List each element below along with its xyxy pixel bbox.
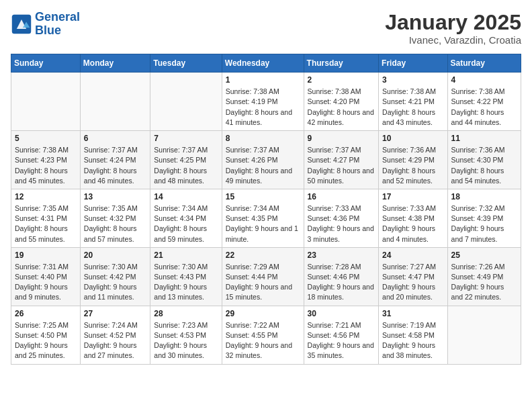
day-detail: Sunrise: 7:37 AM Sunset: 4:26 PM Dayligh… [226, 145, 300, 186]
calendar-cell: 17Sunrise: 7:33 AM Sunset: 4:38 PM Dayli… [379, 189, 447, 247]
day-number: 3 [382, 75, 443, 85]
calendar-week-row: 5Sunrise: 7:38 AM Sunset: 4:23 PM Daylig… [11, 131, 521, 189]
day-number: 15 [226, 192, 300, 201]
calendar-cell: 2Sunrise: 7:38 AM Sunset: 4:20 PM Daylig… [304, 73, 379, 131]
day-detail: Sunrise: 7:38 AM Sunset: 4:19 PM Dayligh… [226, 87, 300, 128]
calendar-cell [447, 306, 521, 364]
day-number: 2 [308, 75, 375, 85]
day-detail: Sunrise: 7:24 AM Sunset: 4:52 PM Dayligh… [84, 320, 146, 361]
calendar-cell: 15Sunrise: 7:34 AM Sunset: 4:35 PM Dayli… [222, 189, 304, 247]
calendar-cell: 22Sunrise: 7:29 AM Sunset: 4:44 PM Dayli… [222, 247, 304, 306]
title-block: January 2025 Ivanec, Varazdin, Croatia [385, 11, 521, 46]
day-number: 8 [226, 134, 300, 143]
day-detail: Sunrise: 7:37 AM Sunset: 4:24 PM Dayligh… [84, 145, 146, 186]
day-number: 23 [308, 250, 375, 260]
calendar-cell: 8Sunrise: 7:37 AM Sunset: 4:26 PM Daylig… [222, 131, 304, 189]
day-detail: Sunrise: 7:38 AM Sunset: 4:21 PM Dayligh… [382, 87, 443, 128]
weekday-header: Sunday [11, 54, 81, 73]
day-detail: Sunrise: 7:28 AM Sunset: 4:46 PM Dayligh… [308, 262, 375, 303]
day-number: 18 [451, 192, 517, 201]
calendar-cell: 11Sunrise: 7:36 AM Sunset: 4:30 PM Dayli… [447, 131, 521, 189]
calendar-cell: 31Sunrise: 7:19 AM Sunset: 4:58 PM Dayli… [379, 306, 447, 364]
calendar-cell: 7Sunrise: 7:37 AM Sunset: 4:25 PM Daylig… [150, 131, 222, 189]
calendar-cell: 29Sunrise: 7:22 AM Sunset: 4:55 PM Dayli… [222, 306, 304, 364]
weekday-header: Friday [379, 54, 447, 73]
calendar-week-row: 1Sunrise: 7:38 AM Sunset: 4:19 PM Daylig… [11, 73, 521, 131]
day-detail: Sunrise: 7:37 AM Sunset: 4:25 PM Dayligh… [154, 145, 218, 186]
day-detail: Sunrise: 7:19 AM Sunset: 4:58 PM Dayligh… [382, 320, 443, 361]
day-number: 24 [382, 250, 443, 260]
day-number: 21 [154, 250, 218, 260]
calendar-cell: 1Sunrise: 7:38 AM Sunset: 4:19 PM Daylig… [222, 73, 304, 131]
day-detail: Sunrise: 7:38 AM Sunset: 4:23 PM Dayligh… [15, 145, 77, 186]
day-detail: Sunrise: 7:33 AM Sunset: 4:36 PM Dayligh… [308, 203, 375, 244]
day-detail: Sunrise: 7:33 AM Sunset: 4:38 PM Dayligh… [382, 203, 443, 244]
calendar-cell: 28Sunrise: 7:23 AM Sunset: 4:53 PM Dayli… [150, 306, 222, 364]
day-detail: Sunrise: 7:31 AM Sunset: 4:40 PM Dayligh… [15, 262, 77, 303]
day-number: 7 [154, 134, 218, 143]
day-number: 5 [15, 134, 77, 143]
day-number: 13 [84, 192, 146, 201]
weekday-header-row: SundayMondayTuesdayWednesdayThursdayFrid… [11, 54, 521, 73]
calendar-cell: 23Sunrise: 7:28 AM Sunset: 4:46 PM Dayli… [304, 247, 379, 306]
calendar-cell: 21Sunrise: 7:30 AM Sunset: 4:43 PM Dayli… [150, 247, 222, 306]
calendar-cell: 14Sunrise: 7:34 AM Sunset: 4:34 PM Dayli… [150, 189, 222, 247]
day-detail: Sunrise: 7:22 AM Sunset: 4:55 PM Dayligh… [226, 320, 300, 361]
day-detail: Sunrise: 7:37 AM Sunset: 4:27 PM Dayligh… [308, 145, 375, 186]
day-number: 1 [226, 75, 300, 85]
day-number: 19 [15, 250, 77, 260]
day-detail: Sunrise: 7:36 AM Sunset: 4:29 PM Dayligh… [382, 145, 443, 186]
calendar-cell: 19Sunrise: 7:31 AM Sunset: 4:40 PM Dayli… [11, 247, 81, 306]
calendar-cell: 5Sunrise: 7:38 AM Sunset: 4:23 PM Daylig… [11, 131, 81, 189]
calendar-header: SundayMondayTuesdayWednesdayThursdayFrid… [11, 54, 521, 73]
calendar-cell: 16Sunrise: 7:33 AM Sunset: 4:36 PM Dayli… [304, 189, 379, 247]
day-detail: Sunrise: 7:25 AM Sunset: 4:50 PM Dayligh… [15, 320, 77, 361]
calendar-cell: 24Sunrise: 7:27 AM Sunset: 4:47 PM Dayli… [379, 247, 447, 306]
day-detail: Sunrise: 7:27 AM Sunset: 4:47 PM Dayligh… [382, 262, 443, 303]
logo-text: General Blue [35, 11, 80, 38]
day-detail: Sunrise: 7:36 AM Sunset: 4:30 PM Dayligh… [451, 145, 517, 186]
day-number: 28 [154, 309, 218, 318]
calendar-cell: 25Sunrise: 7:26 AM Sunset: 4:49 PM Dayli… [447, 247, 521, 306]
day-number: 4 [451, 75, 517, 85]
day-number: 9 [308, 134, 375, 143]
logo: General Blue [11, 11, 80, 38]
calendar-cell [80, 73, 150, 131]
weekday-header: Thursday [304, 54, 379, 73]
calendar-cell [11, 73, 81, 131]
calendar-cell: 6Sunrise: 7:37 AM Sunset: 4:24 PM Daylig… [80, 131, 150, 189]
calendar-cell: 30Sunrise: 7:21 AM Sunset: 4:56 PM Dayli… [304, 306, 379, 364]
day-number: 20 [84, 250, 146, 260]
day-number: 25 [451, 250, 517, 260]
calendar-cell: 27Sunrise: 7:24 AM Sunset: 4:52 PM Dayli… [80, 306, 150, 364]
calendar-cell: 20Sunrise: 7:30 AM Sunset: 4:42 PM Dayli… [80, 247, 150, 306]
day-detail: Sunrise: 7:32 AM Sunset: 4:39 PM Dayligh… [451, 203, 517, 244]
day-detail: Sunrise: 7:38 AM Sunset: 4:22 PM Dayligh… [451, 87, 517, 128]
day-number: 31 [382, 309, 443, 318]
calendar-subtitle: Ivanec, Varazdin, Croatia [385, 34, 521, 46]
day-number: 11 [451, 134, 517, 143]
weekday-header: Wednesday [222, 54, 304, 73]
weekday-header: Tuesday [150, 54, 222, 73]
day-number: 30 [308, 309, 375, 318]
day-number: 6 [84, 134, 146, 143]
day-number: 29 [226, 309, 300, 318]
calendar-cell: 13Sunrise: 7:35 AM Sunset: 4:32 PM Dayli… [80, 189, 150, 247]
weekday-header: Monday [80, 54, 150, 73]
calendar-week-row: 12Sunrise: 7:35 AM Sunset: 4:31 PM Dayli… [11, 189, 521, 247]
calendar-cell: 12Sunrise: 7:35 AM Sunset: 4:31 PM Dayli… [11, 189, 81, 247]
day-number: 27 [84, 309, 146, 318]
calendar-cell: 18Sunrise: 7:32 AM Sunset: 4:39 PM Dayli… [447, 189, 521, 247]
day-number: 26 [15, 309, 77, 318]
day-detail: Sunrise: 7:21 AM Sunset: 4:56 PM Dayligh… [308, 320, 375, 361]
day-detail: Sunrise: 7:34 AM Sunset: 4:34 PM Dayligh… [154, 203, 218, 244]
calendar-title: January 2025 [385, 11, 521, 34]
day-detail: Sunrise: 7:38 AM Sunset: 4:20 PM Dayligh… [308, 87, 375, 128]
calendar-cell: 26Sunrise: 7:25 AM Sunset: 4:50 PM Dayli… [11, 306, 81, 364]
page-header: General Blue January 2025 Ivanec, Varazd… [11, 11, 521, 46]
day-number: 10 [382, 134, 443, 143]
calendar-cell: 3Sunrise: 7:38 AM Sunset: 4:21 PM Daylig… [379, 73, 447, 131]
day-detail: Sunrise: 7:35 AM Sunset: 4:31 PM Dayligh… [15, 203, 77, 244]
weekday-header: Saturday [447, 54, 521, 73]
calendar-cell: 9Sunrise: 7:37 AM Sunset: 4:27 PM Daylig… [304, 131, 379, 189]
